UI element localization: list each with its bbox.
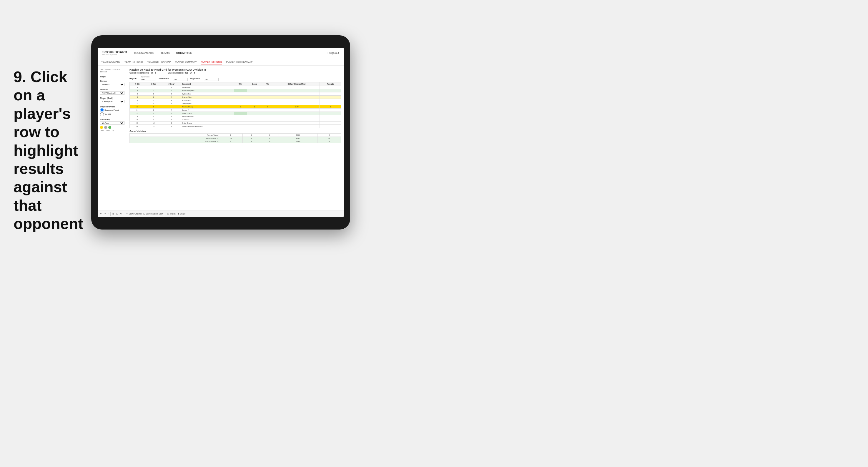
opponent-header: Opponent <box>190 77 200 80</box>
main-content: Last Updated: 27/03/2024 16:55:38 Player… <box>98 66 344 210</box>
table-row[interactable]: 19106Emily Chang <box>130 122 341 125</box>
opponent-view-radios: Opponents Played Top 100 <box>100 108 124 116</box>
copy-btn[interactable]: ⊞ <box>113 213 115 215</box>
watch-label: Watch <box>170 213 176 215</box>
nav-committee[interactable]: COMMITTEE <box>176 52 193 55</box>
redo-icon: ↪ <box>104 213 106 215</box>
out-of-division-table: Foreign Team 100 4.5002 NAIA Division 1 … <box>129 133 341 143</box>
refresh-icon: ↻ <box>120 213 122 215</box>
sub-nav-team-summary[interactable]: TEAM SUMMARY <box>101 60 120 64</box>
opponent-filter-select[interactable]: (All) <box>204 78 219 81</box>
save-icon: ⊟ <box>143 213 145 215</box>
table-row[interactable]: 1311Heejin Hyun <box>130 102 341 105</box>
radio-top-100[interactable]: Top 100 <box>100 113 124 116</box>
forward-icon: ⟩ <box>108 213 108 215</box>
table-row[interactable]: 613Sydney Kuo <box>130 92 341 96</box>
grid-title: Katelyn Vo Head-to-Head Grid for Women's… <box>129 68 341 71</box>
colour-down-label: Down <box>100 130 104 131</box>
paste-btn[interactable]: ⊡ <box>116 213 118 215</box>
colour-by-select[interactable]: Win/loss <box>100 121 124 125</box>
sidebar-player-section: Player <box>100 75 124 78</box>
copy-icon: ⊞ <box>113 213 115 215</box>
share-btn[interactable]: ⬆ Share <box>178 213 186 215</box>
out-of-division-title: Out of division <box>129 130 341 132</box>
radio-opponents-played[interactable]: Opponents Played <box>100 108 124 112</box>
tablet-screen: SCOREBOARD Powered by clippd TOURNAMENTS… <box>98 48 344 217</box>
view-original-btn[interactable]: 👁 View: Original <box>126 213 142 215</box>
forward-btn[interactable]: ⟩ <box>108 213 108 215</box>
save-custom-btn[interactable]: ⊟ Save Custom View <box>143 213 163 215</box>
watch-btn[interactable]: ◎ Watch <box>167 213 176 215</box>
sidebar-gender-section: Gender Women's <box>100 80 124 86</box>
nav-bar: SCOREBOARD Powered by clippd TOURNAMENTS… <box>98 48 344 58</box>
sub-nav-team-h2h-heatmap[interactable]: TEAM H2H HEATMAP <box>147 60 171 64</box>
table-row[interactable]: 1474Eunice Yi <box>130 108 341 112</box>
save-custom-label: Save Custom View <box>146 213 163 215</box>
sub-nav-player-h2h-heatmap[interactable]: PLAYER H2H HEATMAP <box>226 60 253 64</box>
undo-icon: ↩ <box>100 213 102 215</box>
sub-nav-player-summary[interactable]: PLAYER SUMMARY <box>175 60 197 64</box>
h2h-table: # Div # Reg # Conf Opponent Win Loss Tie… <box>129 82 341 128</box>
circle-level <box>104 126 107 129</box>
overall-record: Overall Record: 353 - 34 - 6 <box>129 72 156 74</box>
refresh-btn[interactable]: ↻ <box>120 213 122 215</box>
redo-btn[interactable]: ↪ <box>104 213 106 215</box>
sub-nav: TEAM SUMMARY TEAM H2H GRID TEAM H2H HEAT… <box>98 58 344 66</box>
opponents-filter-label: Opponents: <box>141 76 155 78</box>
table-row[interactable]: 1691Jessica Mason <box>130 115 341 118</box>
sub-nav-team-h2h-grid[interactable]: TEAM H2H GRID <box>124 60 143 64</box>
col-rounds: Rounds <box>320 83 341 86</box>
table-row[interactable]: 1822Euna Lee <box>130 118 341 122</box>
share-icon: ⬆ <box>178 213 180 215</box>
out-table-row[interactable]: NAIA Division 1 1500 9.26730 <box>130 137 341 140</box>
grid-records: Overall Record: 353 - 34 - 6 Division Re… <box>129 72 341 74</box>
toolbar-sep-1 <box>110 212 111 216</box>
conference-filter-select[interactable]: (All) <box>173 78 188 81</box>
col-opponent: Opponent <box>181 83 234 86</box>
sidebar-division-section: Division NCAA Division III <box>100 89 124 95</box>
sidebar-opponent-view: Opponent view Opponents Played Top 100 <box>100 106 124 116</box>
division-select[interactable]: NCAA Division III <box>100 91 124 95</box>
logo: SCOREBOARD <box>102 50 127 54</box>
opponents-filter-group: Opponents: (All) <box>141 76 155 81</box>
logo-area: SCOREBOARD Powered by clippd <box>102 50 127 56</box>
table-row[interactable]: 1585Stella Cheng <box>130 112 341 115</box>
annotation-text: 9. Click on a player's row to highlight … <box>13 68 90 233</box>
view-icon: 👁 <box>126 213 128 215</box>
col-loss: Loss <box>247 83 262 86</box>
tablet-frame: SCOREBOARD Powered by clippd TOURNAMENTS… <box>91 35 350 229</box>
sidebar-colour-section: Colour by Win/loss Down Level Up <box>100 119 124 131</box>
col-reg: # Reg <box>145 83 162 86</box>
share-label: Share <box>180 213 186 215</box>
table-row-highlighted[interactable]: 13 1 Jessica Huang 0 1 0 -3.00 2 <box>130 105 341 108</box>
opponents-filter-select[interactable]: (All) <box>141 78 155 81</box>
circle-down <box>100 126 103 129</box>
opponent-view-label: Opponent view <box>100 106 124 108</box>
out-table-row[interactable]: Foreign Team 100 4.5002 <box>130 133 341 137</box>
table-row[interactable]: 914Sharon Mun <box>130 96 341 99</box>
annotation-body: Click on a player's row to highlight res… <box>13 68 83 232</box>
table-row[interactable]: 522Alexis Sudjianto <box>130 89 341 92</box>
nav-teams[interactable]: TEAMS <box>160 52 170 55</box>
sidebar-player-rank-section: Player (Rank) 8. Katelyn Vo <box>100 97 124 103</box>
player-rank-select[interactable]: 8. Katelyn Vo <box>100 100 124 103</box>
col-diff: Diff Av Strokes/Rnd <box>273 83 320 86</box>
colour-labels: Down Level Up <box>100 130 124 131</box>
table-row[interactable]: 31Esther Lee <box>130 86 341 89</box>
colour-circles <box>100 126 124 129</box>
sidebar-timestamp: Last Updated: 27/03/2024 16:55:38 <box>100 68 124 73</box>
watch-icon: ◎ <box>167 213 169 215</box>
gender-select[interactable]: Women's <box>100 83 124 86</box>
colour-by-label: Colour by <box>100 119 124 121</box>
sub-nav-player-h2h-grid[interactable]: PLAYER H2H GRID <box>201 60 222 64</box>
division-label: Division <box>100 89 124 91</box>
filters-row: Region Opponents: (All) Conference (All)… <box>129 75 341 81</box>
conference-header: Conference <box>158 77 169 80</box>
nav-tournaments[interactable]: TOURNAMENTS <box>133 52 154 55</box>
table-row[interactable]: 20117Federica Domecq Lacroze <box>130 125 341 128</box>
nav-links: TOURNAMENTS TEAMS COMMITTEE <box>133 52 327 55</box>
undo-btn[interactable]: ↩ <box>100 213 102 215</box>
sign-out-link[interactable]: Sign out <box>329 52 339 55</box>
table-row[interactable]: 1063Andrea York <box>130 99 341 102</box>
out-table-row[interactable]: NCAA Division 2 500 7.40010 <box>130 140 341 143</box>
